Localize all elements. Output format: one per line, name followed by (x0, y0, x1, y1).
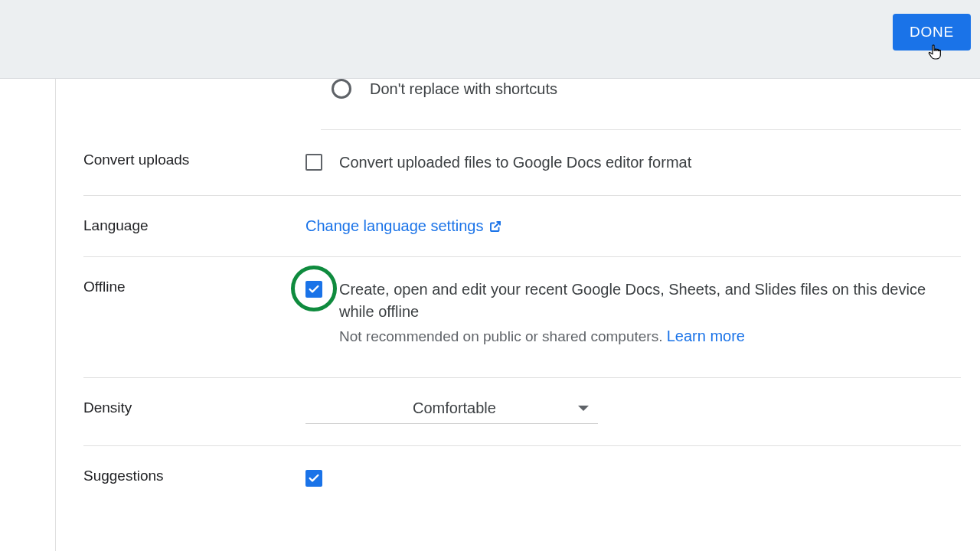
suggestions-checkbox-row (305, 468, 961, 487)
change-language-link[interactable]: Change language settings (305, 217, 502, 235)
checkbox-checked-icon[interactable] (305, 281, 322, 298)
offline-hint-text: Not recommended on public or shared comp… (339, 328, 667, 344)
section-label-suggestions: Suggestions (83, 468, 305, 484)
language-link-text: Change language settings (305, 217, 483, 235)
offline-hint: Not recommended on public or shared comp… (339, 328, 961, 345)
settings-header: DONE (0, 0, 980, 79)
external-link-icon (488, 220, 502, 233)
density-dropdown[interactable]: Comfortable (305, 399, 598, 424)
convert-uploads-checkbox-label: Convert uploaded files to Google Docs ed… (339, 152, 691, 174)
shortcuts-radio-row: Don't replace with shortcuts (321, 79, 961, 130)
checkbox-checked-icon[interactable] (305, 470, 322, 487)
convert-uploads-checkbox-row: Convert uploaded files to Google Docs ed… (305, 152, 961, 174)
section-label-offline: Offline (83, 279, 305, 295)
density-section: Density Comfortable (83, 378, 961, 446)
section-label-convert: Convert uploads (83, 152, 305, 168)
offline-section: Offline Create, open and edit your recen… (83, 257, 961, 378)
chevron-down-icon (578, 406, 589, 411)
done-button[interactable]: DONE (893, 14, 971, 51)
convert-uploads-section: Convert uploads Convert uploaded files t… (83, 130, 961, 196)
radio-label: Don't replace with shortcuts (370, 80, 557, 98)
radio-unchecked-icon[interactable] (332, 79, 351, 99)
settings-content: Don't replace with shortcuts Convert upl… (55, 79, 980, 551)
checkbox-unchecked-icon[interactable] (305, 154, 322, 171)
section-label-language: Language (83, 217, 305, 234)
offline-checkbox-label: Create, open and edit your recent Google… (339, 279, 961, 323)
offline-checkbox-row: Create, open and edit your recent Google… (305, 279, 961, 323)
density-value: Comfortable (413, 399, 496, 417)
language-section: Language Change language settings (83, 196, 961, 257)
section-label-density: Density (83, 399, 305, 416)
suggestions-section: Suggestions (83, 446, 961, 508)
learn-more-link[interactable]: Learn more (667, 328, 745, 344)
